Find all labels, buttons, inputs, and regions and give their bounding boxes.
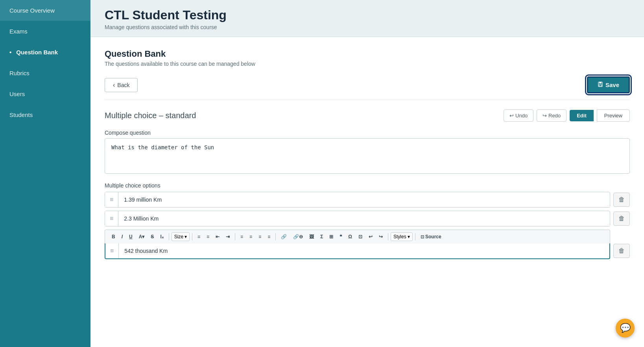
toolbar-align-center[interactable]: ≡ (247, 233, 255, 241)
toolbar-align-right[interactable]: ≡ (256, 233, 264, 241)
toolbar-special-char[interactable]: Ω (345, 233, 355, 241)
styles-label: Styles (393, 234, 406, 239)
toolbar-bold[interactable]: B (109, 233, 118, 241)
option-input-wrap-3: ≡ (105, 243, 610, 259)
toolbar-italic[interactable]: I (119, 233, 125, 241)
trash-icon-3: 🗑 (618, 247, 625, 254)
mc-options-label: Multiple choice options (105, 182, 630, 189)
chat-icon: 💬 (620, 323, 631, 333)
preview-button[interactable]: Preview (597, 109, 630, 122)
redo-icon: ↪ (543, 113, 547, 119)
separator-1 (169, 233, 169, 240)
question-type-label: Multiple choice – standard (105, 111, 196, 120)
trash-icon-2: 🗑 (618, 215, 625, 222)
trash-icon-1: 🗑 (618, 196, 625, 203)
drag-handle-2[interactable]: ≡ (105, 211, 118, 226)
separator-3 (235, 233, 235, 240)
toolbar-styles-dropdown[interactable]: Styles ▾ (391, 232, 413, 241)
separator-6 (415, 233, 415, 240)
sidebar-item-students[interactable]: Students (0, 104, 90, 125)
source-label: Source (425, 234, 441, 239)
toolbar-outdent[interactable]: ⇤ (213, 233, 222, 241)
section-title: Question Bank (105, 49, 630, 59)
toolbar-color[interactable]: A▾ (136, 233, 148, 241)
section-description: The questions available to this course c… (105, 61, 630, 67)
save-icon (598, 82, 603, 88)
toolbar-unlink[interactable]: 🔗⊖ (290, 233, 306, 241)
sidebar-item-users[interactable]: Users (0, 84, 90, 104)
option-input-1[interactable] (118, 193, 610, 207)
toolbar-row: ‹ Back Save (105, 76, 630, 100)
edit-preview-group: ↩ Undo ↪ Redo Edit Preview (504, 109, 630, 122)
main-content: CTL Student Testing Manage questions ass… (90, 0, 644, 347)
rich-text-toolbar: B I U A▾ S Iₓ Size ▾ ≡ ≡ (105, 230, 610, 243)
toolbar-align-justify[interactable]: ≡ (265, 233, 273, 241)
toolbar-source-button[interactable]: ⊡ Source (418, 233, 444, 241)
separator-2 (192, 233, 192, 240)
compose-label: Compose question (105, 130, 630, 136)
svg-rect-2 (599, 85, 602, 86)
toolbar-clear-format[interactable]: Iₓ (157, 233, 166, 241)
toolbar-media[interactable]: ⊡ (356, 233, 365, 241)
toolbar-underline[interactable]: U (126, 233, 135, 241)
option-input-wrap-1: ≡ (105, 192, 610, 208)
page-header: CTL Student Testing Manage questions ass… (90, 0, 644, 37)
redo-button[interactable]: ↪ Redo (537, 109, 566, 122)
source-icon: ⊡ (421, 234, 424, 239)
page-subtitle: Manage questions associated with this co… (105, 24, 630, 30)
content-area: Question Bank The questions available to… (90, 37, 644, 347)
sidebar: Course Overview Exams Question Bank Rubr… (0, 0, 90, 347)
option-input-2[interactable] (118, 212, 610, 226)
sidebar-item-question-bank[interactable]: Question Bank (0, 42, 90, 63)
toolbar-unordered-list[interactable]: ≡ (204, 233, 212, 241)
chat-bubble[interactable]: 💬 (616, 319, 635, 338)
compose-question-input[interactable]: What is the diameter of the Sun (105, 138, 630, 174)
back-button[interactable]: ‹ Back (105, 78, 138, 92)
undo-icon: ↩ (509, 113, 514, 119)
toolbar-link[interactable]: 🔗 (278, 233, 290, 241)
sidebar-item-exams[interactable]: Exams (0, 21, 90, 42)
option-input-wrap-2: ≡ (105, 211, 610, 226)
delete-option-2-button[interactable]: 🗑 (613, 212, 630, 226)
size-chevron-icon: ▾ (185, 234, 187, 239)
toolbar-table[interactable]: ⊞ (327, 233, 336, 241)
drag-handle-1[interactable]: ≡ (105, 192, 118, 207)
size-label: Size (174, 234, 183, 239)
toolbar-align-left[interactable]: ≡ (238, 233, 246, 241)
back-arrow-icon: ‹ (113, 82, 115, 89)
delete-option-1-button[interactable]: 🗑 (613, 193, 630, 207)
page-title: CTL Student Testing (105, 8, 630, 22)
save-button[interactable]: Save (587, 76, 630, 93)
toolbar-formula[interactable]: Σ (317, 233, 326, 241)
option-row-2: ≡ 🗑 (105, 211, 630, 226)
separator-5 (388, 233, 388, 240)
edit-button[interactable]: Edit (570, 110, 594, 121)
delete-option-3-button[interactable]: 🗑 (613, 244, 630, 258)
toolbar-strikethrough[interactable]: S (148, 233, 157, 241)
sidebar-item-rubrics[interactable]: Rubrics (0, 63, 90, 84)
toolbar-blockquote[interactable]: ❝ (337, 233, 345, 241)
separator-4 (275, 233, 276, 240)
toolbar-redo[interactable]: ↪ (376, 233, 386, 241)
toolbar-ordered-list[interactable]: ≡ (195, 233, 203, 241)
sidebar-item-course-overview[interactable]: Course Overview (0, 0, 90, 21)
toolbar-image[interactable]: 🖼 (306, 233, 317, 241)
option-row-1: ≡ 🗑 (105, 192, 630, 208)
toolbar-undo[interactable]: ↩ (366, 233, 375, 241)
toolbar-size-dropdown[interactable]: Size ▾ (172, 232, 190, 241)
undo-button[interactable]: ↩ Undo (504, 109, 533, 122)
option-row-3-with-toolbar: B I U A▾ S Iₓ Size ▾ ≡ ≡ (105, 230, 630, 259)
option-input-3[interactable] (119, 244, 609, 258)
drag-handle-3[interactable]: ≡ (105, 243, 119, 258)
toolbar-indent[interactable]: ⇥ (223, 233, 233, 241)
question-type-row: Multiple choice – standard ↩ Undo ↪ Redo… (105, 109, 630, 122)
svg-rect-1 (599, 82, 602, 84)
styles-chevron-icon: ▾ (408, 234, 410, 239)
